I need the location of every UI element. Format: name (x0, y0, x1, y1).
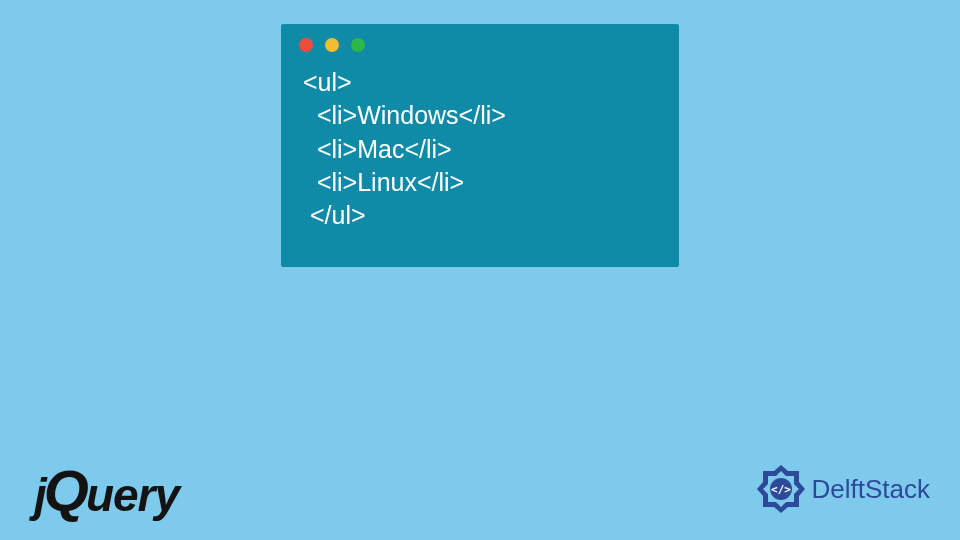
delftstack-logo: </> DelftStack (754, 462, 931, 516)
code-line: </ul> (303, 201, 366, 229)
minimize-icon (325, 38, 339, 52)
maximize-icon (351, 38, 365, 52)
delftstack-text: DelftStack (812, 474, 931, 505)
jquery-logo: jQuery (34, 468, 179, 522)
delftstack-icon: </> (754, 462, 808, 516)
jquery-logo-rest: uery (86, 468, 179, 522)
code-line: <li>Windows</li> (303, 101, 506, 129)
code-body: <ul> <li>Windows</li> <li>Mac</li> <li>L… (281, 60, 679, 250)
code-line: <ul> (303, 68, 352, 96)
code-window: <ul> <li>Windows</li> <li>Mac</li> <li>L… (281, 24, 679, 267)
traffic-lights (281, 24, 679, 60)
jquery-logo-q: Q (44, 468, 88, 514)
svg-text:</>: </> (771, 483, 791, 496)
close-icon (299, 38, 313, 52)
code-line: <li>Linux</li> (303, 168, 464, 196)
code-line: <li>Mac</li> (303, 135, 452, 163)
